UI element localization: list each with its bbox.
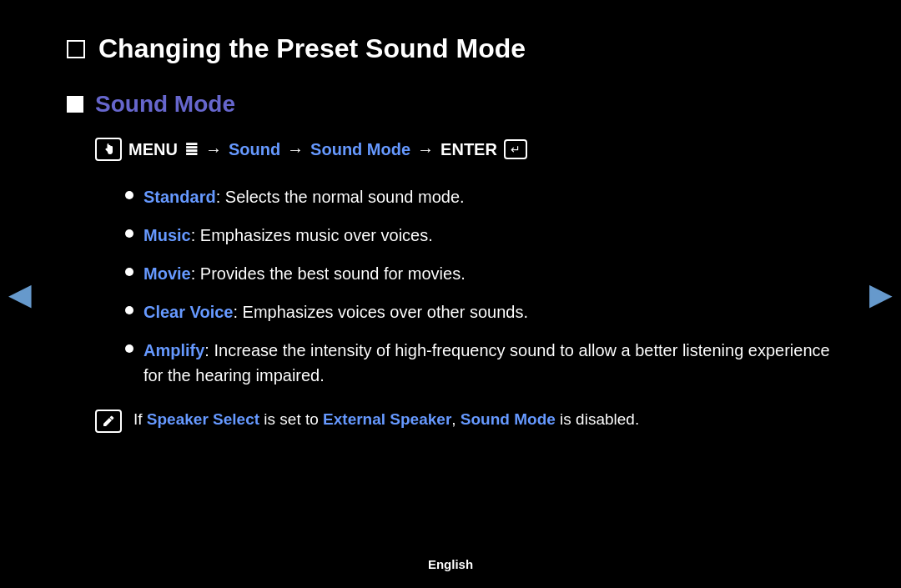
section-title-square-icon (67, 96, 83, 113)
bullet-desc: : Selects the normal sound mode. (216, 188, 465, 206)
note-pencil-icon (95, 410, 122, 433)
menu-hand-icon (95, 138, 122, 161)
bullet-dot-icon (125, 344, 133, 353)
note-sound-mode: Sound Mode (461, 410, 556, 428)
bullet-dot-icon (125, 306, 133, 314)
bullet-term: Clear Voice (143, 303, 233, 321)
sound-mode-link: Sound Mode (310, 140, 410, 159)
main-title-row: Changing the Preset Sound Mode (67, 33, 834, 64)
list-item: Music: Emphasizes music over voices. (125, 223, 834, 248)
bullet-term: Standard (143, 188, 216, 206)
bullet-term: Amplify (143, 341, 204, 359)
list-item: Movie: Provides the best sound for movie… (125, 261, 834, 286)
main-title-checkbox (67, 40, 85, 58)
sound-link: Sound (229, 140, 280, 159)
list-item: Amplify: Increase the intensity of high-… (125, 338, 834, 388)
main-title-text: Changing the Preset Sound Mode (98, 33, 526, 64)
bullet-desc: : Emphasizes music over voices. (191, 226, 433, 244)
menu-arrow-2: → (287, 140, 304, 159)
bullet-content: Music: Emphasizes music over voices. (143, 223, 433, 248)
bullet-term: Movie (143, 264, 191, 283)
bullet-list: Standard: Selects the normal sound mode.… (125, 184, 834, 388)
section-title-text: Sound Mode (95, 91, 235, 118)
bullet-content: Clear Voice: Emphasizes voices over othe… (143, 299, 528, 324)
menu-triple-bar-icon: ≣ (184, 139, 199, 159)
menu-arrow-3: → (417, 140, 434, 159)
bullet-desc: : Emphasizes voices over other sounds. (233, 303, 528, 321)
note-prefix: If (133, 410, 147, 428)
bullet-content: Amplify: Increase the intensity of high-… (143, 338, 834, 388)
note-external-speaker: External Speaker (323, 410, 451, 428)
menu-keyword: MENU (128, 140, 178, 159)
menu-path: MENU ≣ → Sound → Sound Mode → ENTER ↵ (95, 138, 834, 161)
note-text: If Speaker Select is set to External Spe… (133, 408, 639, 432)
bullet-desc: : Provides the best sound for movies. (191, 264, 466, 283)
note-comma: , (451, 410, 461, 428)
nav-arrow-left[interactable]: ◀ (8, 277, 32, 312)
note-section: If Speaker Select is set to External Spe… (95, 408, 834, 433)
enter-icon: ↵ (504, 139, 527, 159)
note-speaker-select: Speaker Select (147, 410, 259, 428)
section-title-row: Sound Mode (67, 91, 834, 118)
bullet-dot-icon (125, 268, 133, 276)
note-suffix: is disabled. (556, 410, 639, 428)
page-container: Changing the Preset Sound Mode Sound Mod… (0, 0, 901, 588)
bullet-term: Music (143, 226, 191, 244)
bullet-dot-icon (125, 229, 133, 238)
note-middle: is set to (259, 410, 323, 428)
footer-language: English (428, 557, 473, 571)
bullet-desc: : Increase the intensity of high-frequen… (143, 341, 830, 384)
bullet-content: Standard: Selects the normal sound mode. (143, 184, 465, 209)
enter-keyword: ENTER (440, 140, 497, 159)
nav-arrow-right[interactable]: ▶ (869, 277, 893, 312)
menu-arrow-1: → (205, 140, 222, 159)
list-item: Standard: Selects the normal sound mode. (125, 184, 834, 209)
bullet-content: Movie: Provides the best sound for movie… (143, 261, 466, 286)
bullet-dot-icon (125, 191, 133, 199)
list-item: Clear Voice: Emphasizes voices over othe… (125, 299, 834, 324)
